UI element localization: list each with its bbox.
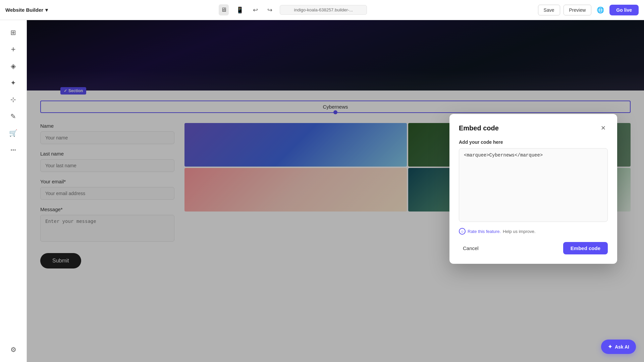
brand-label: Website Builder <box>5 7 43 13</box>
sidebar-item-add[interactable]: + <box>6 42 20 56</box>
ask-ai-button[interactable]: ✦ Ask AI <box>601 340 636 354</box>
shapes-icon: ◈ <box>11 62 16 70</box>
sidebar-item-more[interactable]: ··· <box>6 143 20 157</box>
rate-feature-link[interactable]: Rate this feature. <box>468 229 501 234</box>
embed-code-textarea[interactable]: <marquee>Cybernews</marquee> <box>459 148 608 222</box>
topbar: Website Builder ▾ 🖥 📱 ↩ ↪ indigo-koala-6… <box>0 0 644 20</box>
ai-tools-icon: ✦ <box>10 79 16 87</box>
more-icon: ··· <box>10 146 16 154</box>
layers-icon: ⊞ <box>10 28 16 37</box>
rate-icon: ☺ <box>459 228 466 235</box>
brand-button[interactable]: Website Builder ▾ <box>5 7 48 13</box>
golive-button[interactable]: Go live <box>609 5 639 15</box>
embed-code-button[interactable]: Embed code <box>563 242 608 254</box>
store-icon: 🛒 <box>9 129 17 137</box>
canvas-area: ✓ Section Cybernews Name Last name Your … <box>27 20 644 362</box>
add-icon: + <box>11 45 15 54</box>
topbar-center: 🖥 📱 ↩ ↪ indigo-koala-638257.builder-... <box>52 4 534 16</box>
settings-icon: ⚙ <box>10 346 16 354</box>
modal-title: Embed code <box>459 124 499 132</box>
smiley-icon: ☺ <box>461 230 464 233</box>
sidebar-item-ai-tools[interactable]: ✦ <box>6 76 20 90</box>
redo-button[interactable]: ↪ <box>265 4 274 16</box>
undo-button[interactable]: ↩ <box>251 4 260 16</box>
preview-button[interactable]: Preview <box>564 5 592 15</box>
ask-ai-label: Ask AI <box>615 344 629 350</box>
mobile-view-button[interactable]: 📱 <box>234 4 246 16</box>
url-bar: indigo-koala-638257.builder-... <box>280 5 367 15</box>
modal-close-button[interactable]: ✕ <box>598 123 608 133</box>
modal-footer: Cancel Embed code <box>459 242 608 254</box>
brand-arrow: ▾ <box>45 7 48 13</box>
sidebar-item-layers[interactable]: ⊞ <box>6 25 20 40</box>
sidebar-item-editor[interactable]: ✎ <box>6 109 20 123</box>
sidebar-item-shapes[interactable]: ◈ <box>6 59 20 73</box>
sidebar-item-settings[interactable]: ⚙ <box>6 343 20 357</box>
cancel-button[interactable]: Cancel <box>459 243 483 254</box>
sidebar-item-cursor[interactable]: ⊹ <box>6 93 20 107</box>
topbar-right: Save Preview 🌐 Go live <box>538 4 639 16</box>
modal-header: Embed code ✕ <box>459 123 608 133</box>
ask-ai-icon: ✦ <box>608 344 612 350</box>
save-button[interactable]: Save <box>538 5 560 15</box>
add-code-label: Add your code here <box>459 139 608 145</box>
editor-icon: ✎ <box>10 112 16 120</box>
rate-section: ☺ Rate this feature. Help us improve. <box>459 228 608 235</box>
embed-code-modal: Embed code ✕ Add your code here <marquee… <box>449 114 617 264</box>
cursor-icon: ⊹ <box>10 96 16 104</box>
desktop-view-button[interactable]: 🖥 <box>219 4 229 15</box>
sidebar-item-store[interactable]: 🛒 <box>6 126 20 140</box>
left-sidebar: ⊞ + ◈ ✦ ⊹ ✎ 🛒 ··· ⚙ <box>0 20 27 362</box>
globe-button[interactable]: 🌐 <box>595 4 606 16</box>
rate-help-text: Help us improve. <box>503 229 536 234</box>
